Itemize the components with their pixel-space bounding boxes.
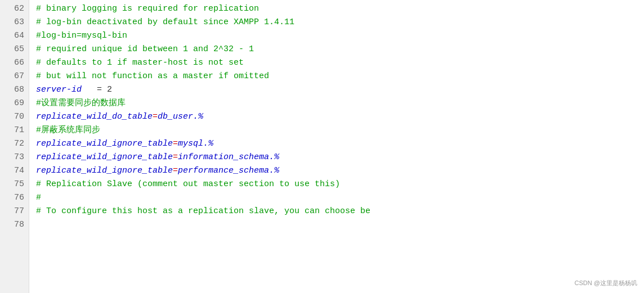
- code-token: # Replication Slave (comment out master …: [36, 179, 340, 189]
- code-token: =: [173, 166, 178, 175]
- code-line: # log-bin deactivated by default since X…: [36, 16, 637, 29]
- code-token: #屏蔽系统库同步: [36, 125, 100, 135]
- code-token: #设置需要同步的数据库: [36, 98, 126, 108]
- code-line: server-id = 2: [36, 83, 637, 97]
- code-token: information_schema.%: [178, 152, 279, 162]
- line-number: 62: [5, 2, 24, 16]
- watermark: CSDN @这里是杨杨叽: [575, 278, 637, 289]
- code-line: # required unique id between 1 and 2^32 …: [36, 43, 637, 56]
- code-line: # binary logging is required for replica…: [36, 2, 637, 16]
- line-number: 63: [5, 16, 24, 29]
- code-line: replicate_wild_ignore_table=performance_…: [36, 164, 637, 178]
- line-number: 65: [5, 43, 24, 56]
- code-token: =: [153, 112, 158, 121]
- code-line: # defaults to 1 if master-host is not se…: [36, 56, 637, 70]
- line-number: 67: [5, 70, 24, 83]
- code-line: replicate_wild_ignore_table=mysql.%: [36, 137, 637, 151]
- code-token: = 2: [82, 85, 112, 94]
- code-token: mysql.%: [178, 139, 213, 148]
- code-token: # but will not function as a master if o…: [36, 71, 269, 81]
- code-token: # log-bin deactivated by default since X…: [36, 17, 294, 27]
- code-token: # binary logging is required for replica…: [36, 4, 259, 13]
- line-number: 68: [5, 83, 24, 97]
- code-token: # To configure this host as a replicatio…: [36, 206, 370, 216]
- code-token: # required unique id between 1 and 2^32 …: [36, 44, 254, 54]
- line-number: 74: [5, 164, 24, 178]
- code-token: =: [173, 139, 178, 148]
- code-content[interactable]: # binary logging is required for replica…: [29, 0, 644, 293]
- code-line: replicate_wild_ignore_table=information_…: [36, 151, 637, 164]
- line-number: 64: [5, 29, 24, 43]
- code-container: 6263646566676869707172737475767778 # bin…: [0, 0, 644, 293]
- code-line: # but will not function as a master if o…: [36, 70, 637, 83]
- line-number: 72: [5, 137, 24, 151]
- line-number: 77: [5, 205, 24, 218]
- line-number: 75: [5, 178, 24, 191]
- code-token: performance_schema.%: [178, 166, 279, 175]
- code-line: # Replication Slave (comment out master …: [36, 178, 637, 191]
- code-line: #设置需要同步的数据库: [36, 97, 637, 110]
- code-token: server-id: [36, 85, 82, 94]
- code-line: replicate_wild_do_table=db_user.%: [36, 110, 637, 124]
- line-numbers: 6263646566676869707172737475767778: [0, 0, 29, 293]
- code-line: # To configure this host as a replicatio…: [36, 205, 637, 218]
- code-token: #log-bin=mysql-bin: [36, 31, 127, 40]
- line-number: 70: [5, 110, 24, 124]
- code-token: #: [36, 193, 41, 202]
- code-line: #log-bin=mysql-bin: [36, 29, 637, 43]
- code-token: replicate_wild_ignore_table: [36, 166, 173, 175]
- code-token: replicate_wild_ignore_table: [36, 152, 173, 162]
- code-token: db_user.%: [158, 112, 203, 121]
- code-token: replicate_wild_ignore_table: [36, 139, 173, 148]
- line-number: 69: [5, 97, 24, 110]
- line-number: 71: [5, 124, 24, 137]
- line-number: 66: [5, 56, 24, 70]
- code-token: =: [173, 152, 178, 162]
- line-number: 76: [5, 191, 24, 205]
- line-number: 78: [5, 218, 24, 232]
- line-number: 73: [5, 151, 24, 164]
- code-line: #: [36, 191, 637, 205]
- code-line: #屏蔽系统库同步: [36, 124, 637, 137]
- code-token: replicate_wild_do_table: [36, 112, 153, 121]
- code-token: # defaults to 1 if master-host is not se…: [36, 58, 244, 67]
